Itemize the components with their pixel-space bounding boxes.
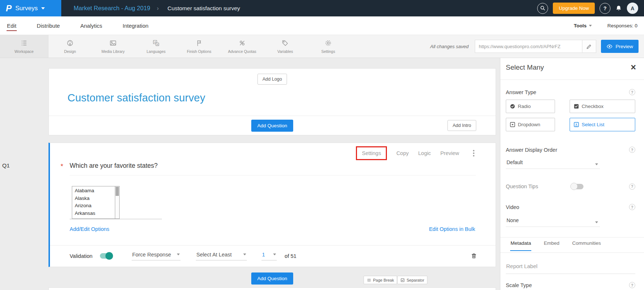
answer-display-order-row: Answer Display Order [506, 147, 635, 153]
tab-edit[interactable]: Edit [7, 17, 17, 35]
toolbar-item-finish-options[interactable]: Finish Options [178, 35, 221, 58]
question-text[interactable]: Which are your favorite states? [70, 162, 158, 169]
workspace-icon [20, 39, 28, 47]
chevron-down-icon [273, 254, 276, 255]
question-text-row: * Which are your favorite states? [70, 162, 476, 175]
listbox-scrollbar[interactable] [115, 186, 119, 219]
validation-count-dropdown[interactable]: 1 [261, 252, 277, 260]
notifications-bell-icon[interactable] [615, 5, 622, 12]
toolbar-item-design[interactable]: Design [49, 35, 92, 58]
question-tips-toggle[interactable] [571, 184, 583, 189]
toolbar-item-settings[interactable]: Settings [307, 35, 350, 58]
answer-type-dropdown[interactable]: Dropdown [506, 118, 555, 131]
checkbox-icon [574, 104, 579, 109]
edit-url-button[interactable] [582, 40, 596, 53]
validation-rule-dropdown[interactable]: Force Response [132, 252, 181, 260]
video-row: Video [506, 204, 635, 210]
toolbar-item-label: Settings [321, 49, 335, 54]
page-break-label: Page Break [373, 278, 394, 282]
chevron-down-icon [243, 254, 246, 255]
delete-question-button[interactable] [470, 252, 477, 259]
toolbar-item-variables[interactable]: Variables [264, 35, 307, 58]
tab-distribute[interactable]: Distribute [36, 17, 60, 35]
help-icon[interactable] [629, 147, 635, 153]
survey-title[interactable]: Customer satisfaction survey [67, 92, 496, 104]
question-settings-link[interactable]: Settings [356, 146, 387, 160]
toolbar-item-label: Finish Options [187, 49, 211, 54]
tab-analytics[interactable]: Analytics [80, 17, 102, 35]
add-edit-options-link[interactable]: Add/Edit Options [70, 226, 109, 232]
tools-menu[interactable]: Tools [574, 23, 592, 28]
question-tips-row: Question Tips [506, 182, 635, 190]
radio-icon [510, 104, 515, 109]
listbox-scrollbar-thumb[interactable] [116, 187, 119, 196]
validation-toggle[interactable] [100, 253, 112, 259]
question-logic-link[interactable]: Logic [418, 150, 431, 156]
tab-integration[interactable]: Integration [122, 17, 149, 35]
avatar[interactable]: A [627, 3, 638, 14]
variables-tag-icon [281, 39, 289, 47]
answer-type-grid: Radio Checkbox Dropdown Select List [506, 100, 635, 131]
breadcrumb-separator: › [157, 5, 159, 12]
list-item[interactable]: Arizona [75, 202, 113, 210]
answer-select-list[interactable]: Alabama Alaska Arizona Arkansas [72, 186, 120, 219]
add-intro-button[interactable]: Add Intro [447, 120, 476, 131]
help-icon[interactable] [629, 282, 635, 288]
design-palette-icon [66, 39, 74, 47]
survey-header-card: Add Logo Customer satisfaction survey Ad… [49, 68, 496, 135]
answer-type-select-list[interactable]: Select List [570, 118, 635, 131]
answer-type-radio[interactable]: Radio [506, 100, 555, 113]
list-item[interactable]: Alaska [75, 195, 113, 202]
add-question-button-bottom[interactable]: Add Question [251, 272, 294, 285]
list-item[interactable]: Arkansas [75, 210, 113, 217]
help-icon[interactable] [600, 3, 610, 14]
survey-url-input[interactable] [475, 44, 582, 49]
help-icon[interactable] [629, 89, 635, 95]
breadcrumb-workspace[interactable]: Market Research - Aug 2019 [74, 5, 150, 12]
page-break-button[interactable]: Page Break [364, 276, 397, 284]
answer-type-row: Answer Type [506, 89, 635, 95]
panel-tabs: Metadata Embed Communities [510, 240, 601, 251]
answer-type-label: Dropdown [518, 122, 540, 127]
upgrade-now-button[interactable]: Upgrade Now [553, 3, 595, 14]
product-switcher[interactable]: P Surveys [0, 0, 61, 16]
save-status: All changes saved [430, 44, 469, 49]
validation-label: Validation [70, 253, 93, 259]
select-list-icon [574, 122, 579, 127]
preview-button[interactable]: Preview [601, 40, 639, 53]
toolbar-item-languages[interactable]: Aa Languages [135, 35, 178, 58]
question-copy-link[interactable]: Copy [396, 150, 409, 156]
help-icon[interactable] [629, 204, 635, 210]
tab-metadata[interactable]: Metadata [510, 240, 531, 251]
chevron-down-icon [177, 254, 180, 255]
divider [500, 237, 644, 237]
video-dropdown[interactable]: None [506, 217, 600, 227]
chevron-down-icon [41, 7, 45, 9]
toolbar-item-media-library[interactable]: Media Library [92, 35, 135, 58]
toolbar-item-advance-quotas[interactable]: Advance Quotas [221, 35, 264, 58]
edit-options-in-bulk-link[interactable]: Edit Options in Bulk [429, 226, 475, 232]
toolbar-item-label: Languages [147, 49, 166, 54]
toolbar-item-label: Workspace [15, 49, 34, 54]
add-logo-button[interactable]: Add Logo [257, 74, 287, 85]
toolbar-item-workspace[interactable]: Workspace [0, 35, 49, 58]
separator-button[interactable]: Separator [397, 276, 427, 284]
topbar-actions: Upgrade Now A [537, 3, 644, 14]
add-question-button-top[interactable]: Add Question [251, 120, 294, 132]
close-icon[interactable] [631, 63, 636, 72]
report-label-input[interactable] [506, 261, 635, 274]
answer-type-checkbox[interactable]: Checkbox [570, 100, 635, 113]
validation-condition-dropdown[interactable]: Select At Least [196, 252, 247, 260]
question-settings-panel: Select Many Answer Type Radio Checkbox D… [500, 58, 644, 290]
chevron-down-icon [595, 163, 598, 165]
question-preview-link[interactable]: Preview [440, 150, 459, 156]
list-item[interactable]: Alabama [75, 187, 113, 195]
scale-type-row: Scale Type [506, 282, 635, 288]
answer-display-order-dropdown[interactable]: Default [506, 159, 600, 169]
dropdown-icon [510, 122, 515, 127]
tab-communities[interactable]: Communities [572, 240, 601, 251]
more-options-icon[interactable] [473, 152, 474, 154]
tab-embed[interactable]: Embed [543, 240, 560, 251]
search-icon[interactable] [537, 3, 548, 14]
help-icon[interactable] [629, 183, 635, 190]
